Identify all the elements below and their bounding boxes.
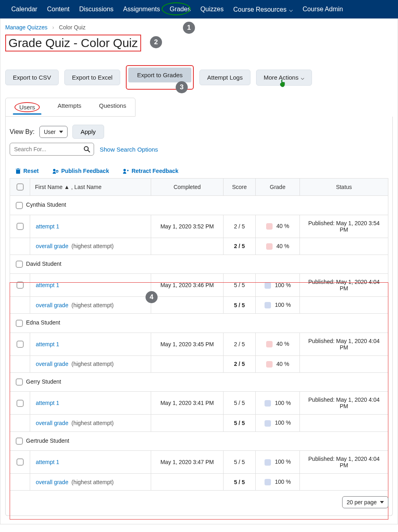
overall-note: (highest attempt) (72, 361, 114, 367)
overall-grade-link[interactable]: overall grade (36, 243, 68, 249)
overall-grade-cell: 100 % (256, 297, 300, 314)
export-excel-button[interactable]: Export to Excel (64, 70, 120, 85)
attempt-checkbox[interactable] (16, 223, 24, 230)
breadcrumb-root[interactable]: Manage Quizzes (5, 24, 47, 31)
overall-note: (highest attempt) (72, 302, 114, 308)
student-name: Edna Student (26, 319, 60, 326)
show-search-options-link[interactable]: Show Search Options (100, 146, 158, 153)
nav-calendar[interactable]: Calendar (6, 2, 42, 17)
student-row: Gertrude Student (10, 431, 388, 450)
svg-point-4 (123, 169, 126, 171)
view-by-select[interactable]: User (39, 126, 68, 138)
score-cell: 5 / 5 (224, 450, 256, 473)
col-grade: Grade (256, 179, 300, 196)
overall-grade-link[interactable]: overall grade (36, 302, 68, 308)
attempt-link[interactable]: attempt 1 (36, 459, 59, 465)
nav-grades[interactable]: Grades (165, 2, 195, 17)
grade-indicator-icon (265, 400, 271, 407)
grade-indicator-icon (265, 302, 271, 308)
completed-cell: May 1, 2020 3:52 PM (151, 215, 224, 238)
publish-icon (52, 168, 59, 174)
tab-questions[interactable]: Questions (90, 98, 135, 116)
grade-cell: 40 % (256, 215, 300, 238)
callout-2: 2 (150, 36, 162, 48)
svg-point-2 (53, 169, 55, 171)
grade-indicator-icon (266, 243, 273, 250)
publish-feedback-link[interactable]: Publish Feedback (52, 168, 109, 174)
overall-note: (highest attempt) (72, 479, 114, 485)
col-name[interactable]: First Name ▲ , Last Name (30, 179, 151, 196)
completed-cell: May 1, 2020 3:41 PM (151, 392, 224, 415)
student-checkbox[interactable] (16, 261, 23, 268)
nav-course-resources[interactable]: Course Resources⌵ (228, 2, 298, 17)
status-cell: Published: May 1, 2020 4:04 PM (300, 274, 388, 297)
overall-row: overall grade (highest attempt)5 / 5100 … (10, 297, 388, 314)
per-page-select[interactable]: 20 per page (342, 496, 388, 508)
grade-indicator-icon (266, 341, 273, 347)
nav-assignments[interactable]: Assignments (118, 2, 165, 17)
attempt-checkbox[interactable] (16, 400, 24, 407)
student-checkbox[interactable] (16, 320, 23, 327)
grade-indicator-icon (265, 420, 271, 427)
page-title: Grade Quiz - Color Quiz (5, 35, 141, 51)
overall-row: overall grade (highest attempt)2 / 540 % (10, 238, 388, 255)
attempt-row: attempt 1May 1, 2020 3:47 PM5 / 5100 %Pu… (10, 450, 388, 473)
status-cell: Published: May 1, 2020 3:54 PM (300, 215, 388, 238)
overall-score-cell: 2 / 5 (224, 355, 256, 372)
attempt-link[interactable]: attempt 1 (36, 282, 59, 288)
search-icon[interactable] (83, 146, 90, 153)
top-nav: Calendar Content Discussions Assignments… (0, 0, 398, 18)
overall-note: (highest attempt) (72, 420, 114, 426)
nav-quizzes[interactable]: Quizzes (195, 2, 228, 17)
reset-link[interactable]: Reset (15, 168, 39, 174)
search-input[interactable] (14, 146, 82, 152)
student-checkbox[interactable] (16, 438, 23, 445)
overall-score-cell: 5 / 5 (224, 415, 256, 431)
pagination-row: 20 per page (10, 496, 388, 508)
col-completed: Completed (151, 179, 224, 196)
retract-feedback-link[interactable]: Retract Feedback (123, 168, 178, 174)
select-all-checkbox[interactable] (16, 183, 24, 191)
overall-grade-link[interactable]: overall grade (36, 479, 68, 485)
attempt-link[interactable]: attempt 1 (36, 400, 59, 406)
student-checkbox[interactable] (16, 378, 23, 386)
export-grades-button[interactable]: Export to Grades (128, 68, 191, 82)
student-name: David Student (26, 261, 62, 267)
breadcrumb: Manage Quizzes › Color Quiz (5, 23, 393, 34)
status-cell: Published: May 1, 2020 4:04 PM (300, 392, 388, 415)
attempt-checkbox[interactable] (16, 341, 24, 348)
attempt-link[interactable]: attempt 1 (36, 223, 59, 230)
grade-cell: 100 % (256, 274, 300, 297)
completed-cell: May 1, 2020 3:46 PM (151, 274, 224, 297)
attempt-checkbox[interactable] (16, 458, 24, 466)
search-box (10, 143, 94, 156)
tab-attempts[interactable]: Attempts (49, 98, 90, 116)
attempt-row: attempt 1May 1, 2020 3:45 PM2 / 540 %Pub… (10, 333, 388, 355)
overall-grade-cell: 40 % (256, 238, 300, 255)
export-csv-button[interactable]: Export to CSV (5, 70, 59, 85)
overall-row: overall grade (highest attempt)5 / 5100 … (10, 473, 388, 490)
overall-grade-link[interactable]: overall grade (36, 361, 68, 367)
overall-grade-link[interactable]: overall grade (36, 420, 68, 426)
attempt-link[interactable]: attempt 1 (36, 341, 59, 347)
more-actions-button[interactable]: More Actions⌵ (256, 70, 312, 86)
nav-content[interactable]: Content (42, 2, 74, 17)
attempt-logs-button[interactable]: Attempt Logs (199, 70, 250, 85)
grade-indicator-icon (265, 459, 271, 466)
nav-course-admin[interactable]: Course Admin (298, 2, 348, 17)
overall-grade-cell: 40 % (256, 355, 300, 372)
view-by-label: View By: (10, 128, 35, 136)
action-button-row: Export to CSV Export to Excel Export to … (5, 65, 393, 90)
apply-button[interactable]: Apply (72, 125, 105, 139)
chevron-down-icon: ⌵ (301, 74, 304, 81)
overall-note: (highest attempt) (72, 243, 114, 249)
view-by-row: View By: User Apply (10, 125, 388, 139)
attempt-checkbox[interactable] (16, 281, 24, 289)
student-checkbox[interactable] (16, 202, 23, 209)
nav-discussions[interactable]: Discussions (74, 2, 118, 17)
grade-indicator-icon (266, 361, 273, 368)
grade-cell: 40 % (256, 333, 300, 355)
student-name: Cynthia Student (26, 201, 66, 208)
tab-users[interactable]: Users (6, 98, 49, 116)
status-cell: Published: May 1, 2020 4:04 PM (300, 333, 388, 355)
